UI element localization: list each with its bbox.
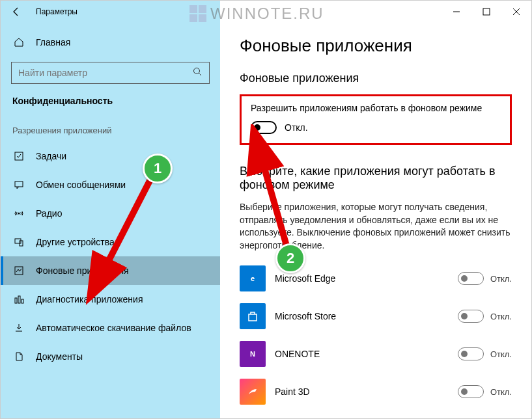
window-title: Параметры [36,7,77,16]
svg-rect-11 [18,296,20,303]
description: Выберите приложения, которые могут получ… [240,201,512,252]
download-icon [12,323,25,333]
svg-rect-1 [483,8,490,15]
app-name-label: Paint 3D [275,386,458,397]
app-name-label: Microsoft Store [275,311,458,321]
app-toggle-edge[interactable] [458,272,484,285]
messaging-icon [12,180,25,190]
search-icon [192,66,203,79]
sidebar-item-label: Автоматическое скачивание файлов [36,323,191,333]
minimize-button[interactable] [441,1,471,23]
page-title: Фоновые приложения [240,36,512,56]
app-name-label: Microsoft Edge [275,273,458,284]
search-input[interactable] [11,62,210,84]
titlebar: Параметры [1,1,531,23]
devices-icon [12,237,25,247]
app-toggle-state: Откл. [490,312,512,321]
sidebar-item-label: Фоновые приложения [36,265,129,276]
sidebar-item-label: Задачи [36,151,66,161]
svg-line-3 [199,74,202,76]
sidebar-item-messaging[interactable]: Обмен сообщениями [1,170,220,199]
app-toggle-paint3d[interactable] [458,385,484,398]
app-list: e Microsoft Edge Откл. Microsoft Store О… [240,264,512,407]
master-toggle-label: Разрешить приложениям работать в фоновом… [251,103,501,113]
search-field[interactable] [18,68,203,78]
sidebar-item-radio[interactable]: Радио [1,199,220,228]
background-apps-icon [12,265,25,276]
arrow-left-icon [11,7,21,17]
sidebar-item-label: Обмен сообщениями [36,180,126,190]
app-icon-edge: e [240,265,266,291]
home-label: Главная [36,37,70,47]
master-toggle-state: Откл. [285,122,308,133]
subheading-2: Выберите, какие приложения могут работат… [240,165,512,192]
app-toggle-store[interactable] [458,310,484,323]
home-link[interactable]: Главная [1,29,220,55]
svg-point-2 [194,68,200,74]
app-toggle-onenote[interactable] [458,347,484,360]
annotation-badge-1: 1 [143,154,173,183]
sidebar-item-label: Документы [36,351,83,362]
sidebar-item-diagnostics[interactable]: Диагностика приложения [1,285,220,314]
sidebar: Главная Конфиденциальность Разрешения пр… [1,23,220,418]
app-toggle-state: Откл. [490,349,512,359]
close-icon [511,7,522,17]
svg-rect-12 [21,299,23,303]
app-row-paint3d: Paint 3D Откл. [240,377,512,407]
sidebar-item-label: Диагностика приложения [36,294,143,304]
maximize-button[interactable] [471,1,501,23]
sidebar-item-documents[interactable]: Документы [1,342,220,371]
close-button[interactable] [501,1,531,23]
app-icon-store [240,303,266,329]
svg-rect-10 [15,298,17,303]
maximize-icon [481,7,492,17]
app-row-store: Microsoft Store Откл. [240,301,512,331]
app-icon-onenote: N [240,341,266,367]
master-toggle[interactable] [251,121,277,134]
sidebar-item-label: Радио [36,208,62,219]
home-icon [12,37,25,47]
annotation-badge-2: 2 [275,243,305,273]
app-row-onenote: N ONENOTE Откл. [240,339,512,369]
minimize-icon [451,7,462,17]
highlight-box: Разрешить приложениям работать в фоновом… [240,94,512,145]
sidebar-item-other-devices[interactable]: Другие устройства [1,228,220,256]
tasks-icon [12,151,25,161]
svg-rect-5 [15,182,23,187]
app-toggle-state: Откл. [490,387,512,397]
app-toggle-state: Откл. [490,274,512,284]
group-title: Разрешения приложений [1,126,220,135]
app-icon-paint3d [240,379,266,405]
back-button[interactable] [1,1,32,23]
subheading-1: Фоновые приложения [240,72,512,85]
diagnostics-icon [12,294,25,304]
sidebar-item-label: Другие устройства [36,237,115,247]
sidebar-item-auto-download[interactable]: Автоматическое скачивание файлов [1,314,220,342]
radio-icon [12,208,25,219]
svg-point-6 [18,213,20,215]
section-title: Конфиденциальность [1,96,220,106]
main-content: Фоновые приложения Фоновые приложения Ра… [220,23,531,418]
sidebar-item-tasks[interactable]: Задачи [1,142,220,170]
documents-icon [12,351,25,362]
sidebar-item-background-apps[interactable]: Фоновые приложения [1,256,220,285]
app-name-label: ONENOTE [275,349,458,359]
